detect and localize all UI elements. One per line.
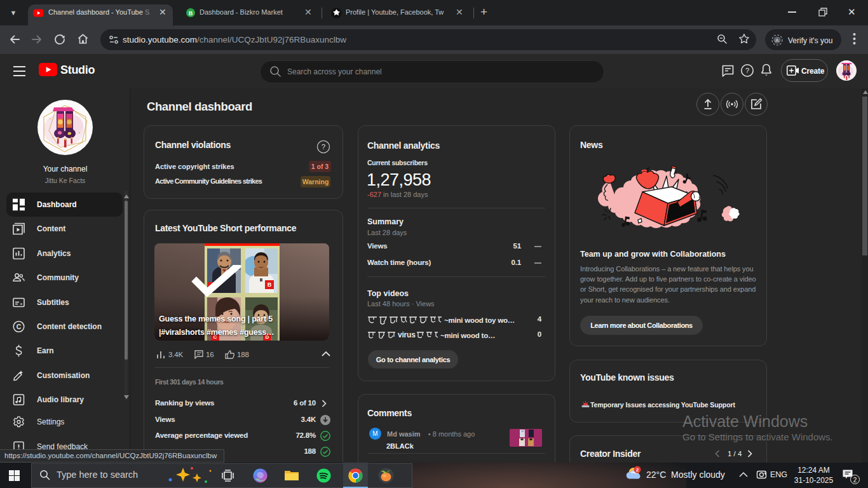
- svg-text:A: A: [775, 37, 779, 43]
- svg-text:C: C: [17, 323, 22, 330]
- svg-text:2: 2: [636, 467, 639, 473]
- svg-text:?: ?: [745, 67, 749, 74]
- svg-text:B: B: [189, 10, 193, 17]
- svg-text:?: ?: [322, 143, 325, 151]
